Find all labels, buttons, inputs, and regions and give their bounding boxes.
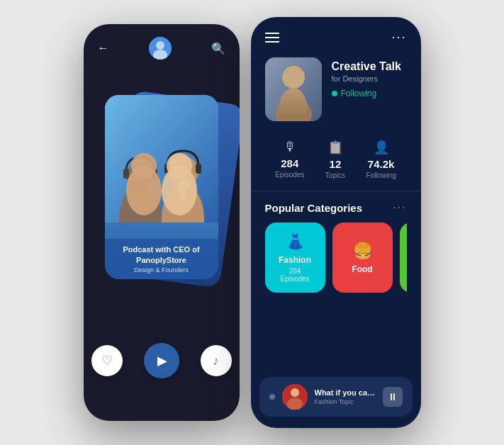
svg-point-18 bbox=[291, 388, 299, 397]
np-thumbnail bbox=[282, 384, 308, 410]
np-dot bbox=[269, 394, 275, 400]
np-info: What if you can... Fashion Topic bbox=[315, 388, 376, 405]
topics-icon: 📋 bbox=[325, 140, 345, 155]
category-food[interactable]: 🍔 Food bbox=[332, 222, 393, 293]
categories-section: Popular Categories ··· 👗 Fashion 284Epis… bbox=[251, 191, 421, 300]
person-icon: 👤 bbox=[366, 140, 396, 155]
profile-section: Creative Talk for Designers Following bbox=[251, 52, 421, 133]
now-playing-bar[interactable]: What if you can... Fashion Topic ⏸ bbox=[259, 377, 413, 417]
hamburger-line-3 bbox=[265, 41, 279, 43]
profile-name: Creative Talk bbox=[332, 60, 401, 73]
mic-icon: 🎙 bbox=[275, 140, 304, 154]
phone-right: ··· Creative Talk for D bbox=[251, 17, 421, 428]
card-image bbox=[105, 95, 218, 222]
svg-rect-14 bbox=[265, 57, 322, 121]
avatar[interactable] bbox=[149, 37, 172, 60]
right-top-bar: ··· bbox=[251, 17, 421, 52]
np-title: What if you can... bbox=[315, 388, 376, 397]
hamburger-line-1 bbox=[265, 33, 279, 34]
episodes-label: Episodes bbox=[275, 171, 304, 179]
category-fashion[interactable]: 👗 Fashion 284Episodes bbox=[265, 222, 325, 293]
back-icon[interactable]: ← bbox=[98, 42, 109, 55]
svg-point-16 bbox=[275, 98, 312, 121]
stat-following: 👤 74.2k Following bbox=[366, 140, 396, 179]
food-name: Food bbox=[352, 264, 372, 274]
np-pause-button[interactable]: ⏸ bbox=[383, 387, 403, 407]
stat-topics: 📋 12 Topics bbox=[325, 140, 345, 179]
hamburger-line-2 bbox=[265, 37, 279, 38]
profile-description: for Designers bbox=[332, 74, 401, 83]
fashion-episodes: 284Episodes bbox=[280, 267, 309, 283]
categories-scroll: 👗 Fashion 284Episodes 🍔 Food 🎮 Ga bbox=[265, 222, 407, 293]
following-badge[interactable]: Following bbox=[332, 89, 401, 98]
svg-rect-10 bbox=[164, 164, 170, 174]
categories-more-icon[interactable]: ··· bbox=[393, 201, 406, 214]
left-top-bar: ← 🔍 bbox=[84, 24, 240, 67]
music-button[interactable] bbox=[201, 345, 232, 376]
profile-info: Creative Talk for Designers Following bbox=[332, 57, 401, 98]
stat-episodes: 🎙 284 Episodes bbox=[275, 140, 304, 179]
svg-point-8 bbox=[162, 184, 204, 222]
topics-value: 12 bbox=[325, 158, 345, 170]
pause-icon: ⏸ bbox=[388, 391, 398, 402]
card-subtitle: Design & Founders bbox=[111, 266, 213, 274]
svg-rect-7 bbox=[152, 169, 157, 179]
svg-rect-11 bbox=[196, 164, 201, 174]
fashion-icon: 👗 bbox=[286, 232, 305, 251]
svg-rect-6 bbox=[123, 169, 129, 179]
phone-left: ← 🔍 bbox=[84, 24, 240, 421]
svg-point-9 bbox=[167, 156, 198, 187]
topics-label: Topics bbox=[325, 171, 345, 179]
hamburger-menu[interactable] bbox=[265, 33, 279, 43]
following-text: Following bbox=[341, 89, 377, 98]
food-icon: 🍔 bbox=[353, 242, 372, 260]
episodes-value: 284 bbox=[275, 157, 304, 169]
dots-menu[interactable]: ··· bbox=[391, 30, 406, 45]
following-dot bbox=[332, 91, 337, 96]
stats-row: 🎙 284 Episodes 📋 12 Topics 👤 74.2k Follo… bbox=[251, 133, 421, 191]
svg-point-1 bbox=[156, 41, 164, 50]
podcast-card-front[interactable]: Podcast with CEO of PanoplyStore Design … bbox=[105, 95, 218, 279]
heart-button[interactable] bbox=[91, 345, 123, 376]
svg-rect-12 bbox=[180, 186, 186, 200]
card-overlay: Podcast with CEO of PanoplyStore Design … bbox=[105, 239, 218, 279]
svg-point-15 bbox=[282, 66, 305, 89]
fashion-name: Fashion bbox=[279, 255, 311, 265]
categories-header: Popular Categories ··· bbox=[265, 201, 407, 214]
card-stack: Podcast with CEO of PanoplyStore Design … bbox=[84, 74, 240, 300]
following-label: Following bbox=[366, 171, 396, 179]
following-value: 74.2k bbox=[366, 158, 396, 170]
category-games[interactable]: 🎮 Ga bbox=[400, 222, 407, 293]
svg-rect-3 bbox=[105, 95, 218, 222]
search-icon[interactable]: 🔍 bbox=[211, 42, 225, 55]
svg-point-4 bbox=[119, 184, 162, 222]
profile-image bbox=[265, 57, 322, 121]
svg-point-5 bbox=[126, 162, 155, 191]
categories-title: Popular Categories bbox=[265, 202, 363, 214]
np-subtitle: Fashion Topic bbox=[315, 398, 376, 405]
play-button[interactable] bbox=[144, 343, 179, 378]
card-title: Podcast with CEO of PanoplyStore bbox=[111, 244, 213, 265]
svg-point-13 bbox=[177, 180, 189, 191]
app-container: ← 🔍 bbox=[84, 17, 421, 428]
player-controls bbox=[84, 343, 240, 378]
